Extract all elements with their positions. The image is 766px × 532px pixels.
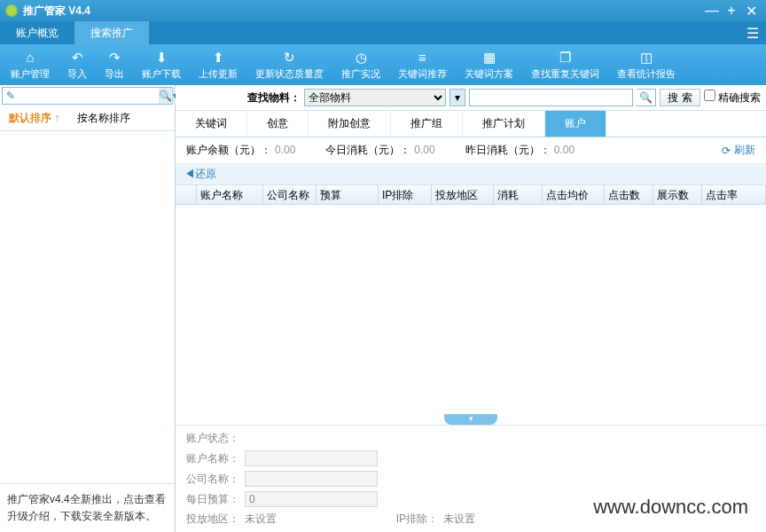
table-body (176, 205, 766, 414)
panel-collapse-handle: ▾ (176, 414, 766, 425)
col-region[interactable]: 投放地区 (432, 185, 494, 204)
sidebar-search: ✎ 🔍 ▾ (2, 87, 173, 105)
col-checkbox[interactable] (176, 185, 197, 204)
tab-account-overview[interactable]: 账户概览 (0, 21, 74, 44)
maximize-button[interactable]: + (722, 3, 741, 19)
tab-addon[interactable]: 附加创意 (309, 111, 391, 137)
material-dropdown-extra[interactable]: ▾ (449, 89, 465, 106)
search-bar: 查找物料： 全部物料 ▾ 🔍 搜 索 精确搜索 (176, 85, 766, 111)
menu-list-icon[interactable]: ☰ (746, 25, 759, 42)
col-budget[interactable]: 预算 (317, 185, 379, 204)
person-icon: ✎ (3, 88, 19, 104)
exact-search-toggle[interactable]: 精确搜索 (704, 90, 761, 106)
col-company[interactable]: 公司名称 (263, 185, 317, 204)
detail-ip-label: IP排除： (385, 512, 438, 527)
close-button[interactable]: ✕ (741, 3, 761, 20)
stat-today: 今日消耗（元）：0.00 (325, 143, 434, 158)
sidebar-footer-notice[interactable]: 推广管家v4.4全新推出，点击查看升级介绍，下载安装全新版本。 (0, 483, 175, 532)
refresh-button[interactable]: ⟳刷新 (722, 143, 755, 158)
refresh-icon: ↻ (284, 50, 295, 66)
col-clicks[interactable]: 点击数 (605, 185, 653, 204)
collapse-grip[interactable]: ▾ (444, 414, 497, 425)
tool-report[interactable]: ◫查看统计报告 (608, 44, 684, 85)
stat-balance: 账户余额（元）：0.00 (186, 143, 295, 158)
tab-keyword[interactable]: 关键词 (176, 111, 247, 137)
tool-bulk-status[interactable]: ↻更新状态质量度 (246, 44, 332, 85)
detail-company-label: 公司名称： (186, 472, 239, 487)
download-icon: ⬇ (156, 50, 168, 66)
refresh-icon: ⟳ (722, 145, 731, 157)
detail-ip-value: 未设置 (443, 512, 475, 527)
tool-dup[interactable]: ❐查找重复关键词 (522, 44, 608, 85)
detail-status-label: 账户状态： (186, 431, 239, 446)
tab-creative[interactable]: 创意 (247, 111, 309, 137)
tool-live[interactable]: ◷推广实况 (332, 44, 389, 85)
detail-region-value: 未设置 (245, 512, 277, 527)
tool-download[interactable]: ⬇账户下载 (133, 44, 190, 85)
tool-import[interactable]: ↶导入 (59, 44, 96, 85)
titlebar: 推广管家 V4.4 — + ✕ (0, 0, 766, 21)
detail-name-input[interactable] (245, 450, 378, 466)
sort-default[interactable]: 默认排序 ↑ (0, 106, 68, 130)
stack-icon: ❐ (559, 50, 571, 66)
grid-icon: ▦ (483, 50, 496, 66)
stats-bar: 账户余额（元）：0.00 今日消耗（元）：0.00 昨日消耗（元）：0.00 ⟳… (176, 137, 766, 164)
col-ip-exclude[interactable]: IP排除 (379, 185, 432, 204)
detail-budget-input[interactable] (245, 491, 378, 507)
toolbar: ⌂账户管理 ↶导入 ↷导出 ⬇账户下载 ⬆上传更新 ↻更新状态质量度 ◷推广实况… (0, 44, 766, 85)
stat-yesterday: 昨日消耗（元）：0.00 (465, 143, 574, 158)
search-button[interactable]: 搜 索 (660, 89, 700, 106)
sidebar-search-button[interactable]: 🔍 (159, 88, 172, 104)
search-label: 查找物料： (247, 90, 301, 106)
tab-account[interactable]: 账户 (545, 111, 606, 137)
table-header: 账户名称 公司名称 预算 IP排除 投放地区 消耗 点击均价 点击数 展示数 点… (176, 185, 766, 205)
sidebar-tree (0, 131, 175, 483)
content-tabs: 关键词 创意 附加创意 推广组 推广计划 账户 (176, 111, 766, 137)
app-title: 推广管家 V4.4 (23, 4, 702, 19)
col-ctr[interactable]: 点击率 (702, 185, 766, 204)
search-input[interactable] (469, 89, 633, 106)
exact-search-checkbox[interactable] (704, 90, 715, 101)
tool-kw-suggest[interactable]: ≡关键词推荐 (389, 44, 456, 85)
tab-plan[interactable]: 推广计划 (463, 111, 545, 137)
sidebar: ✎ 🔍 ▾ 默认排序 ↑ 按名称排序 推广管家v4.4全新推出，点击查看升级介绍… (0, 85, 176, 532)
tool-account-mgmt[interactable]: ⌂账户管理 (2, 44, 59, 85)
home-icon: ⌂ (26, 50, 34, 66)
detail-company-input[interactable] (245, 471, 378, 487)
sidebar-search-input[interactable] (19, 88, 159, 104)
detail-region-label: 投放地区： (186, 512, 239, 527)
export-icon: ↷ (109, 50, 121, 66)
material-dropdown[interactable]: 全部物料 (304, 89, 446, 106)
watermark: www.downcc.com (593, 496, 748, 519)
tool-upload[interactable]: ⬆上传更新 (190, 44, 246, 85)
main-panel: 查找物料： 全部物料 ▾ 🔍 搜 索 精确搜索 关键词 创意 附加创意 推广组 … (176, 85, 766, 532)
app-logo-icon (5, 4, 18, 17)
minimize-button[interactable]: — (702, 3, 722, 19)
restore-button[interactable]: ◀还原 (176, 164, 766, 185)
tool-export[interactable]: ↷导出 (96, 44, 133, 85)
sort-row: 默认排序 ↑ 按名称排序 (0, 106, 175, 131)
col-spend[interactable]: 消耗 (494, 185, 543, 204)
menubar: 账户概览 搜索推广 ☰ (0, 21, 766, 44)
tab-group[interactable]: 推广组 (391, 111, 463, 137)
search-icon-button[interactable]: 🔍 (637, 89, 656, 106)
sort-by-name[interactable]: 按名称排序 (68, 106, 139, 130)
upload-icon: ⬆ (213, 50, 224, 66)
sort-arrow-icon: ↑ (54, 112, 59, 124)
chart-icon: ◫ (640, 50, 653, 66)
tab-search-promo[interactable]: 搜索推广 (74, 21, 149, 44)
col-impressions[interactable]: 展示数 (653, 185, 702, 204)
col-cpc[interactable]: 点击均价 (543, 185, 605, 204)
import-icon: ↶ (72, 50, 83, 66)
list-icon: ≡ (418, 50, 426, 66)
col-account-name[interactable]: 账户名称 (197, 185, 263, 204)
tool-kw-pack[interactable]: ▦关键词方案 (456, 44, 522, 85)
clock-icon: ◷ (356, 50, 367, 66)
detail-name-label: 账户名称： (186, 451, 239, 466)
detail-budget-label: 每日预算： (186, 492, 239, 507)
